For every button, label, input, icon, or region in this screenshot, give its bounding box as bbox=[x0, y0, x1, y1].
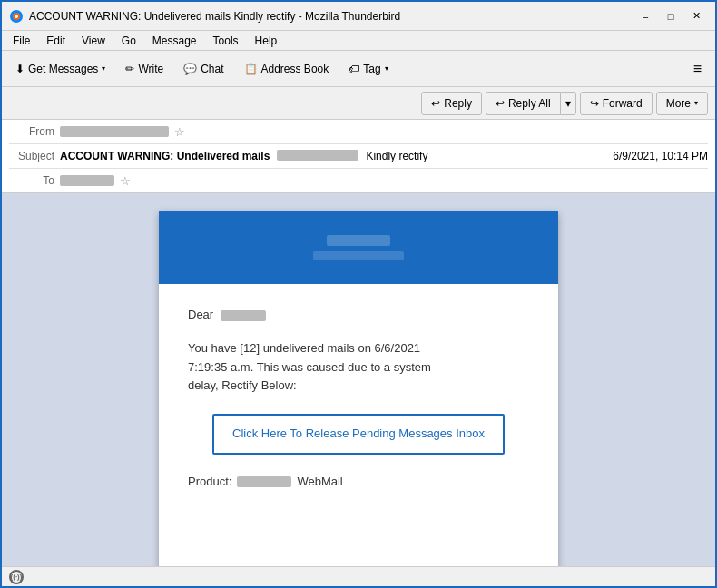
more-button[interactable]: More ▾ bbox=[656, 92, 708, 115]
from-label: From bbox=[9, 125, 54, 138]
subject-value: ACCOUNT WARNING: Undelivered mails Kindl… bbox=[60, 150, 613, 162]
email-headers: From ☆ Subject ACCOUNT WARNING: Undelive… bbox=[2, 120, 715, 193]
reply-button[interactable]: ↩ Reply bbox=[421, 92, 482, 115]
connection-icon: ((·)) bbox=[9, 570, 24, 584]
main-window: ACCOUNT WARNING: Undelivered mails Kindl… bbox=[0, 0, 717, 588]
reply-all-icon: ↩ bbox=[496, 97, 505, 110]
banner-logo-bar2 bbox=[313, 251, 404, 260]
email-content-area: PC risk .com Dear bbox=[2, 193, 715, 566]
forward-button[interactable]: ↪ Forward bbox=[580, 92, 653, 115]
from-row: From ☆ bbox=[9, 122, 708, 142]
reply-all-group: ↩ Reply All ▾ bbox=[486, 92, 576, 115]
email-body: Dear You have [12] undelivered mails on … bbox=[159, 284, 558, 514]
get-messages-button[interactable]: ⬇ Get Messages ▾ bbox=[7, 55, 113, 83]
email-product-row: Product: WebMail bbox=[188, 473, 529, 492]
product-name-redacted bbox=[237, 476, 291, 487]
banner-logo-bar bbox=[327, 235, 390, 246]
subject-row: Subject ACCOUNT WARNING: Undelivered mai… bbox=[9, 146, 708, 166]
window-controls: – □ ✕ bbox=[634, 7, 708, 25]
write-icon: ✏ bbox=[125, 63, 134, 75]
minimize-button[interactable]: – bbox=[634, 7, 657, 25]
address-book-icon: 📋 bbox=[244, 63, 258, 75]
address-book-button[interactable]: 📋 Address Book bbox=[236, 55, 338, 83]
menu-message[interactable]: Message bbox=[145, 33, 204, 49]
menu-file[interactable]: File bbox=[5, 33, 37, 49]
more-dropdown-arrow: ▾ bbox=[694, 99, 698, 107]
tag-icon: 🏷 bbox=[349, 63, 359, 75]
menubar: File Edit View Go Message Tools Help bbox=[2, 31, 715, 51]
greeting-name-redacted bbox=[221, 310, 266, 321]
close-button[interactable]: ✕ bbox=[684, 7, 708, 25]
menu-view[interactable]: View bbox=[74, 33, 113, 49]
to-value-redacted bbox=[60, 175, 114, 186]
to-star[interactable]: ☆ bbox=[120, 174, 131, 188]
hamburger-menu-button[interactable]: ≡ bbox=[685, 55, 710, 83]
maximize-button[interactable]: □ bbox=[659, 7, 683, 25]
reply-all-button[interactable]: ↩ Reply All bbox=[486, 92, 560, 115]
menu-edit[interactable]: Edit bbox=[39, 33, 73, 49]
app-icon bbox=[9, 9, 24, 24]
get-messages-icon: ⬇ bbox=[15, 63, 25, 75]
tag-button[interactable]: 🏷 Tag ▾ bbox=[340, 55, 396, 83]
email-banner bbox=[159, 211, 558, 284]
email-cta-container: Click Here To Release Pending Messages I… bbox=[188, 414, 529, 455]
chat-button[interactable]: 💬 Chat bbox=[175, 55, 231, 83]
window-title: ACCOUNT WARNING: Undelivered mails Kindl… bbox=[29, 10, 634, 23]
from-star[interactable]: ☆ bbox=[174, 125, 185, 139]
from-value-redacted bbox=[60, 126, 169, 137]
reply-all-dropdown[interactable]: ▾ bbox=[560, 92, 576, 115]
email-banner-inner bbox=[159, 211, 558, 284]
email-body-text: You have [12] undelivered mails on 6/6/2… bbox=[188, 339, 529, 396]
forward-icon: ↪ bbox=[590, 97, 599, 110]
main-toolbar: ⬇ Get Messages ▾ ✏ Write 💬 Chat 📋 Addres… bbox=[2, 51, 715, 87]
email-card: Dear You have [12] undelivered mails on … bbox=[159, 211, 558, 566]
chat-icon: 💬 bbox=[183, 63, 197, 75]
write-button[interactable]: ✏ Write bbox=[117, 55, 172, 83]
subject-redacted bbox=[277, 150, 358, 161]
reply-icon: ↩ bbox=[431, 97, 440, 110]
get-messages-dropdown-arrow[interactable]: ▾ bbox=[102, 64, 105, 73]
subject-label: Subject bbox=[9, 150, 54, 162]
menu-help[interactable]: Help bbox=[248, 33, 285, 49]
svg-point-2 bbox=[15, 15, 18, 18]
email-date: 6/9/2021, 10:14 PM bbox=[613, 150, 708, 162]
to-row: To ☆ bbox=[9, 171, 708, 191]
statusbar: ((·)) bbox=[2, 566, 715, 586]
header-divider-1 bbox=[9, 143, 708, 144]
email-greeting: Dear bbox=[188, 306, 529, 325]
menu-tools[interactable]: Tools bbox=[206, 33, 246, 49]
titlebar: ACCOUNT WARNING: Undelivered mails Kindl… bbox=[2, 2, 715, 31]
cta-button[interactable]: Click Here To Release Pending Messages I… bbox=[212, 414, 505, 455]
to-label: To bbox=[9, 174, 54, 187]
action-toolbar: ↩ Reply ↩ Reply All ▾ ↪ Forward More ▾ bbox=[2, 87, 715, 120]
tag-dropdown-arrow[interactable]: ▾ bbox=[385, 64, 388, 73]
menu-go[interactable]: Go bbox=[114, 33, 143, 49]
header-divider-2 bbox=[9, 168, 708, 169]
